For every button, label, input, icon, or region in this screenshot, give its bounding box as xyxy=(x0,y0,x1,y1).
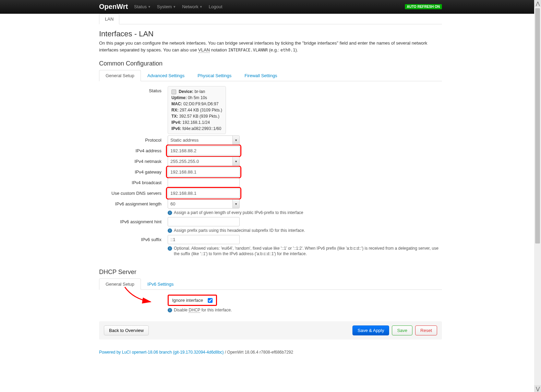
page-description: On this page you can configure the netwo… xyxy=(99,40,442,53)
ipv6-suffix-label: IPv6 suffix xyxy=(99,235,168,242)
info-icon: i xyxy=(168,246,172,251)
save-button[interactable]: Save xyxy=(392,325,412,335)
dhcp-heading: DHCP Server xyxy=(99,269,442,276)
status-label: Status xyxy=(99,86,168,93)
ignore-interface-hint: iDisable DHCP for this interface. xyxy=(168,307,442,313)
tab-lan[interactable]: LAN xyxy=(99,14,119,24)
chevron-down-icon[interactable]: ▾ xyxy=(232,136,239,144)
auto-refresh-badge[interactable]: AUTO REFRESH ON xyxy=(405,4,442,9)
tab-dhcp-general[interactable]: General Setup xyxy=(99,278,141,290)
ipv4-broadcast-input[interactable] xyxy=(168,178,240,187)
protocol-label: Protocol xyxy=(99,135,168,143)
tab-firewall-settings[interactable]: Firewall Settings xyxy=(238,70,284,81)
nav-status[interactable]: Status▼ xyxy=(134,4,151,9)
ignore-interface-label: Ignore interface xyxy=(172,298,203,303)
ipv6-suffix-hint: iOptional. Allowed values: 'eui64', 'ran… xyxy=(168,246,442,257)
tab-physical-settings[interactable]: Physical Settings xyxy=(191,70,238,81)
ipv4-address-input[interactable] xyxy=(168,146,240,155)
vlan-abbr: VLAN xyxy=(198,47,210,53)
common-config-heading: Common Configuration xyxy=(99,60,442,67)
nav-logout[interactable]: Logout xyxy=(209,4,223,9)
chevron-down-icon: ▼ xyxy=(173,5,176,9)
footer-link[interactable]: Powered by LuCI openwrt-18.06 branch (gi… xyxy=(99,350,224,355)
nav-network[interactable]: Network▼ xyxy=(182,4,203,9)
tab-dhcp-ipv6[interactable]: IPv6 Settings xyxy=(141,278,180,290)
status-box: Device: br-lan Uptime: 0h 5m 10s MAC: 02… xyxy=(168,86,226,134)
tab-general-setup[interactable]: General Setup xyxy=(99,70,141,81)
chevron-down-icon: ▼ xyxy=(200,5,203,9)
ipv6-length-label: IPv6 assignment length xyxy=(99,199,168,206)
navbar: OpenWrt Status▼ System▼ Network▼ Logout … xyxy=(0,0,541,14)
ipv6-hint-input[interactable] xyxy=(168,217,240,226)
dns-input[interactable] xyxy=(168,189,240,198)
back-button[interactable]: Back to Overview xyxy=(104,325,149,335)
footer: Powered by LuCI openwrt-18.06 branch (gi… xyxy=(99,350,442,355)
interface-tabs: LAN xyxy=(99,14,442,24)
info-icon: i xyxy=(168,211,172,215)
protocol-select[interactable] xyxy=(168,135,240,145)
ipv6-hint-hint: iAssign prefix parts using this hexadeci… xyxy=(168,228,442,234)
dns-label: Use custom DNS servers xyxy=(99,189,168,196)
dhcp-tabs: General Setup IPv6 Settings xyxy=(99,278,442,290)
save-apply-button[interactable]: Save & Apply xyxy=(352,325,389,335)
chevron-down-icon[interactable]: ▾ xyxy=(232,200,239,208)
reset-button[interactable]: Reset xyxy=(415,325,437,335)
page-actions: Back to Overview Save & Apply Save Reset xyxy=(99,321,442,340)
info-icon: i xyxy=(168,228,172,233)
ipv4-gateway-input[interactable] xyxy=(168,167,240,177)
chevron-down-icon[interactable]: ▾ xyxy=(232,157,239,166)
chevron-down-icon: ▼ xyxy=(148,5,151,9)
ipv6-hint-label: IPv6 assignment hint xyxy=(99,217,168,224)
page-title: Interfaces - LAN xyxy=(99,29,442,38)
ipv4-gateway-label: IPv4 gateway xyxy=(99,167,168,175)
ipv6-suffix-input[interactable] xyxy=(168,235,240,244)
ipv4-netmask-label: IPv4 netmask xyxy=(99,157,168,164)
scrollbar[interactable]: ⋀ ⋁ xyxy=(534,0,541,368)
ipv6-length-hint: iAssign a part of given length of every … xyxy=(168,210,442,216)
config-tabs: General Setup Advanced Settings Physical… xyxy=(99,70,442,81)
nav-system[interactable]: System▼ xyxy=(157,4,176,9)
ipv4-broadcast-label: IPv4 broadcast xyxy=(99,178,168,185)
brand: OpenWrt xyxy=(99,3,128,11)
ipv4-netmask-select[interactable] xyxy=(168,157,240,166)
ipv4-address-label: IPv4 address xyxy=(99,146,168,153)
ignore-interface-row: Ignore interface xyxy=(168,295,217,306)
scroll-up-icon[interactable]: ⋀ xyxy=(534,0,541,7)
bridge-icon xyxy=(171,90,176,94)
tab-advanced-settings[interactable]: Advanced Settings xyxy=(141,70,191,81)
ignore-interface-checkbox[interactable] xyxy=(208,298,213,303)
scroll-thumb[interactable] xyxy=(535,8,540,243)
ipv6-length-select[interactable] xyxy=(168,199,240,209)
info-icon: i xyxy=(168,308,172,312)
